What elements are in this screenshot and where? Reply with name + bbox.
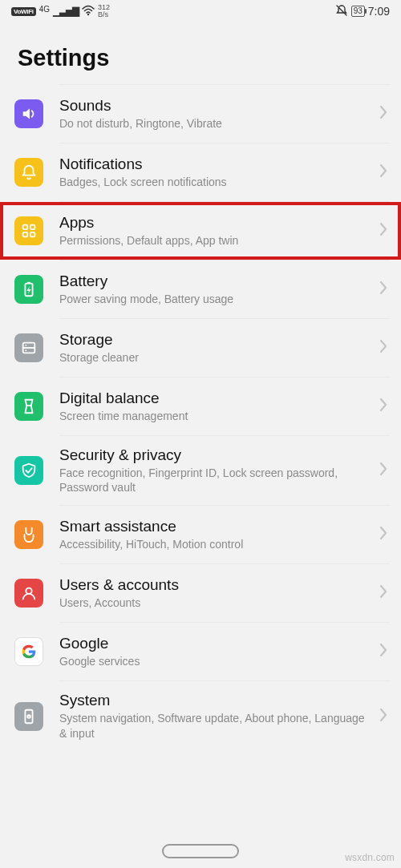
item-subtitle: Users, Accounts (59, 595, 372, 610)
smart-icon (14, 520, 43, 549)
settings-item-google[interactable]: GoogleGoogle services (0, 623, 401, 680)
item-title: Sounds (59, 97, 372, 115)
vowifi-badge: VoWiFi (11, 7, 36, 16)
item-subtitle: Google services (59, 654, 372, 668)
svg-rect-3 (23, 232, 28, 237)
dnd-icon (335, 4, 348, 19)
apps-icon (14, 216, 43, 245)
settings-item-apps[interactable]: AppsPermissions, Default apps, App twin (0, 202, 401, 260)
notifications-icon (14, 158, 43, 187)
chevron-right-icon (379, 338, 390, 357)
settings-item-sounds[interactable]: SoundsDo not disturb, Ringtone, Vibrate (0, 85, 401, 143)
chevron-right-icon (379, 525, 390, 544)
settings-item-digital[interactable]: Digital balanceScreen time management (0, 377, 401, 435)
settings-item-system[interactable]: SystemSystem navigation, Software update… (0, 681, 401, 750)
network-speed: 312 B/s (98, 4, 110, 18)
google-icon (14, 637, 43, 666)
item-subtitle: Face recognition, Fingerprint ID, Lock s… (59, 466, 372, 495)
svg-rect-6 (27, 282, 30, 284)
battery-icon (14, 275, 43, 304)
digital-icon (14, 392, 43, 421)
chevron-right-icon (379, 642, 390, 661)
settings-item-smart[interactable]: Smart assistanceAccessibility, HiTouch, … (0, 506, 401, 563)
users-icon (14, 579, 43, 608)
svg-rect-1 (23, 225, 28, 230)
svg-rect-4 (30, 232, 35, 237)
chevron-right-icon (379, 163, 390, 182)
status-clock: 7:09 (368, 5, 390, 18)
svg-point-10 (25, 349, 26, 351)
settings-list: SoundsDo not disturb, Ringtone, VibrateN… (0, 85, 401, 751)
item-subtitle: Storage cleaner (59, 350, 372, 365)
status-right: 93 7:09 (335, 4, 390, 19)
settings-item-notifications[interactable]: NotificationsBadges, Lock screen notific… (0, 143, 401, 201)
settings-item-users[interactable]: Users & accountsUsers, Accounts (0, 564, 401, 622)
item-subtitle: Badges, Lock screen notifications (59, 175, 372, 189)
item-subtitle: Power saving mode, Battery usage (59, 292, 372, 306)
item-title: Google (59, 635, 372, 652)
item-subtitle: System navigation, Software update, Abou… (59, 711, 372, 740)
chevron-right-icon (379, 583, 390, 603)
svg-rect-2 (30, 225, 35, 230)
svg-point-9 (25, 345, 26, 346)
status-left: VoWiFi 4G ▁▃▅▇ 312 B/s (11, 4, 110, 18)
item-subtitle: Permissions, Default apps, App twin (59, 233, 372, 248)
chevron-right-icon (379, 221, 390, 240)
settings-item-battery[interactable]: BatteryPower saving mode, Battery usage (0, 260, 401, 318)
svg-point-0 (87, 13, 89, 14)
item-subtitle: Accessibility, HiTouch, Motion control (59, 537, 372, 551)
item-title: Users & accounts (59, 576, 372, 594)
settings-item-storage[interactable]: StorageStorage cleaner (0, 319, 401, 377)
item-title: Storage (59, 331, 372, 349)
security-icon (14, 456, 43, 485)
storage-icon (14, 333, 43, 362)
item-title: Battery (59, 273, 372, 290)
item-title: Security & privacy (59, 446, 372, 464)
watermark: wsxdn.com (345, 852, 395, 863)
item-title: System (59, 692, 372, 709)
system-icon (14, 702, 43, 731)
settings-item-security[interactable]: Security & privacyFace recognition, Fing… (0, 436, 401, 505)
status-bar: VoWiFi 4G ▁▃▅▇ 312 B/s 93 7:09 (0, 0, 401, 22)
header: Settings (0, 22, 401, 84)
chevron-right-icon (379, 707, 390, 726)
svg-point-12 (26, 588, 31, 594)
page-title: Settings (18, 45, 401, 71)
gesture-pill[interactable] (162, 844, 239, 858)
chevron-right-icon (379, 104, 390, 123)
speed-unit: B/s (98, 11, 110, 18)
item-subtitle: Screen time management (59, 409, 372, 423)
item-title: Apps (59, 214, 372, 232)
battery-indicator: 93 (351, 6, 365, 17)
sounds-icon (14, 99, 43, 128)
item-title: Digital balance (59, 390, 372, 407)
network-label: 4G (39, 5, 50, 14)
chevron-right-icon (379, 461, 390, 480)
chevron-right-icon (379, 397, 390, 416)
nav-bar (0, 834, 401, 868)
chevron-right-icon (379, 280, 390, 299)
wifi-icon (82, 5, 95, 18)
item-title: Notifications (59, 155, 372, 173)
item-subtitle: Do not disturb, Ringtone, Vibrate (59, 116, 372, 131)
item-title: Smart assistance (59, 518, 372, 535)
signal-icon: ▁▃▅▇ (53, 6, 79, 17)
